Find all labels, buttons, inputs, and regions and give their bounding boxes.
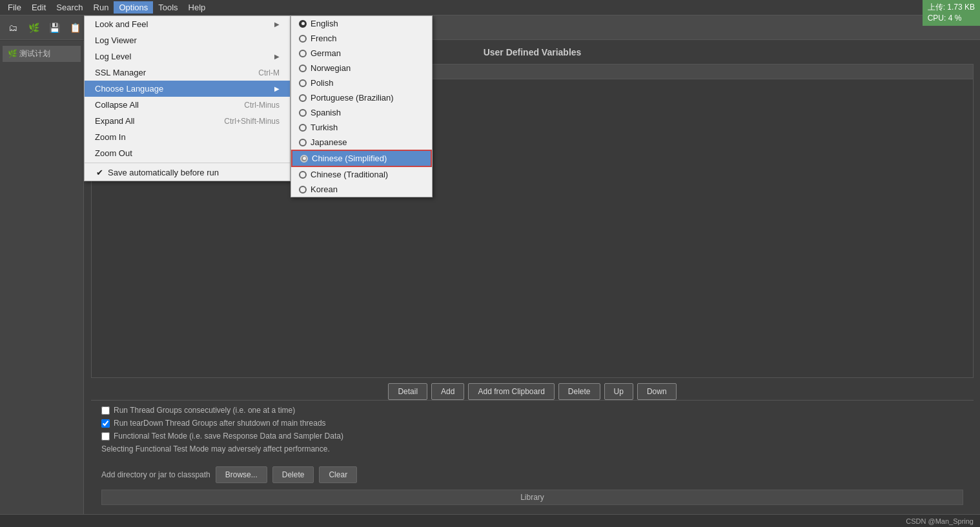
statusbar-text: CSDN @Man_Spring [906,517,974,525]
radio-portuguese [299,94,307,102]
menu-ssl-manager[interactable]: SSL Manager Ctrl-M [85,65,290,81]
lang-chinese-traditional[interactable]: Chinese (Traditional) [291,167,432,182]
radio-chinese-simplified [300,155,308,163]
functional-mode-checkbox[interactable] [101,432,110,441]
menu-zoom-in[interactable]: Zoom In [85,129,290,145]
menu-zoom-out[interactable]: Zoom Out [85,145,290,161]
lang-korean[interactable]: Korean [291,182,432,197]
run-teardown-checkbox[interactable] [101,419,110,428]
radio-norwegian [299,65,307,72]
run-teardown-row: Run tearDown Thread Groups after shutdow… [101,419,963,428]
side-panel: 🌿 测试计划 [0,41,84,527]
radio-turkish [299,124,307,132]
menu-expand-all[interactable]: Expand All Ctrl+Shift-Minus [85,113,290,129]
run-consecutively-row: Run Thread Groups consecutively (i.e. on… [101,406,963,415]
radio-german [299,50,307,57]
delete2-button[interactable]: Delete [272,466,314,483]
toolbar-icon-3[interactable]: 💾 [45,19,63,37]
lang-spanish[interactable]: Spanish [291,105,432,120]
test-plan-label: 🌿 测试计划 [8,48,50,59]
library-bar: Library [101,490,963,505]
menu-choose-language[interactable]: Choose Language [85,81,290,97]
left-panel-title: 🌿 测试计划 [3,46,81,62]
add-from-clipboard-button[interactable]: Add from Clipboard [468,383,554,400]
functional-note: Selecting Functional Test Mode may adver… [101,444,330,453]
library-label: Library [520,493,544,502]
menu-file[interactable]: File [3,1,26,14]
cpu-stat: CPU: 4 % [928,13,975,24]
lang-turkish[interactable]: Turkish [291,120,432,135]
browse-button[interactable]: Browse... [216,466,267,483]
menu-look-feel[interactable]: Look and Feel [85,16,290,32]
radio-japanese [299,139,307,146]
menu-edit[interactable]: Edit [26,1,51,14]
menu-separator [85,163,290,163]
radio-spanish [299,109,307,117]
run-consecutively-label: Run Thread Groups consecutively (i.e. on… [114,406,295,415]
statusbar: CSDN @Man_Spring [0,514,980,527]
run-consecutively-checkbox[interactable] [101,406,110,415]
lang-japanese[interactable]: Japanese [291,135,432,150]
options-dropdown: Look and Feel Log Viewer Log Level SSL M… [84,15,291,181]
checkboxes-section: Run Thread Groups consecutively (i.e. on… [91,400,974,462]
detail-button[interactable]: Detail [388,383,427,400]
language-submenu: English French German Norwegian Polish P… [291,15,433,197]
lang-chinese-simplified[interactable]: Chinese (Simplified) [291,150,432,167]
action-buttons: Detail Add Add from Clipboard Delete Up … [91,383,974,400]
lang-polish[interactable]: Polish [291,75,432,90]
menu-run[interactable]: Run [88,1,114,14]
up-button[interactable]: Up [604,383,633,400]
radio-polish [299,79,307,87]
expand-shortcut: Ctrl+Shift-Minus [224,117,280,126]
toolbar-icon-4[interactable]: 📋 [66,19,84,37]
lang-portuguese[interactable]: Portuguese (Brazilian) [291,90,432,105]
menu-log-level[interactable]: Log Level [85,48,290,65]
ssl-shortcut: Ctrl-M [258,68,280,77]
menu-help[interactable]: Help [183,1,211,14]
radio-english [299,20,307,28]
functional-mode-row: Functional Test Mode (i.e. save Response… [101,432,963,441]
menu-save-auto[interactable]: ✔ Save automatically before run [85,164,290,181]
upload-stat: 上传: 1.73 KB [928,2,975,13]
down-button[interactable]: Down [637,383,677,400]
menu-log-viewer[interactable]: Log Viewer [85,32,290,48]
lang-german[interactable]: German [291,46,432,61]
stats-box: 上传: 1.73 KB CPU: 4 % [923,0,980,26]
toolbar-icon-1[interactable]: 🗂 [4,19,22,37]
add-button[interactable]: Add [431,383,464,400]
classpath-label: Add directory or jar to classpath [101,470,210,479]
radio-french [299,35,307,43]
menu-options[interactable]: Options [114,1,153,14]
clear-button[interactable]: Clear [319,466,357,483]
lang-french[interactable]: French [291,31,432,46]
run-teardown-label: Run tearDown Thread Groups after shutdow… [114,419,326,428]
save-auto-check: ✔ [95,168,104,177]
delete-button[interactable]: Delete [558,383,600,400]
toolbar-icon-2[interactable]: 🌿 [25,19,43,37]
functional-note-row: Selecting Functional Test Mode may adver… [101,444,963,453]
col-value-header: Value [387,67,968,76]
lang-norwegian[interactable]: Norwegian [291,61,432,75]
menu-collapse-all[interactable]: Collapse All Ctrl-Minus [85,97,290,113]
lang-english[interactable]: English [291,16,432,31]
radio-chinese-traditional [299,171,307,179]
radio-korean [299,186,307,194]
collapse-shortcut: Ctrl-Minus [244,101,280,110]
classpath-row: Add directory or jar to classpath Browse… [91,462,974,487]
menu-search[interactable]: Search [51,1,88,14]
functional-mode-label: Functional Test Mode (i.e. save Response… [114,432,343,441]
menu-tools[interactable]: Tools [153,1,183,14]
menubar: File Edit Search Run Options Tools Help [0,0,980,15]
